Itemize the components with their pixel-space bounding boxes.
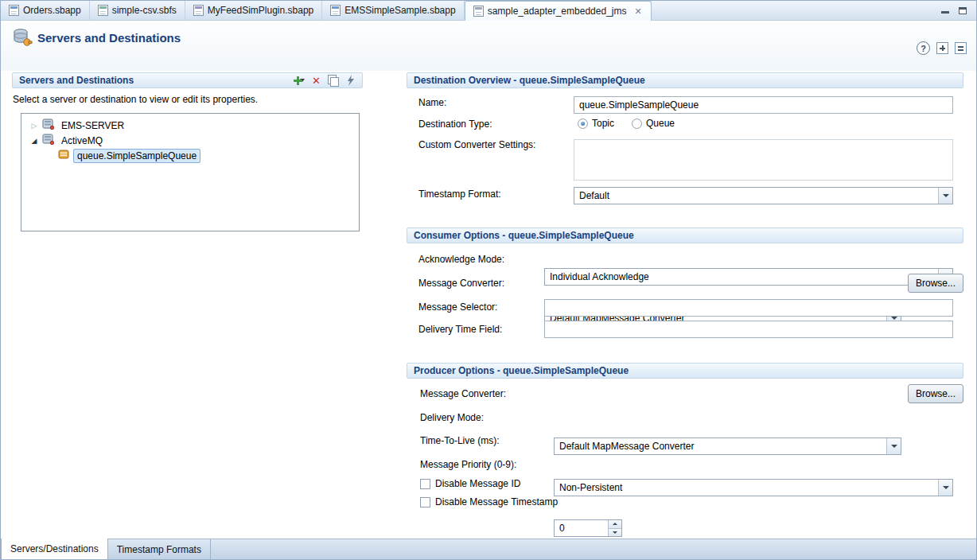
- tab-sample-adapter-embedded-jms[interactable]: sample_adapter_embedded_jms ✕: [465, 1, 652, 21]
- window-controls: [932, 1, 976, 20]
- message-converter-label: Message Converter:: [418, 278, 504, 289]
- spin-down-icon[interactable]: [608, 528, 621, 537]
- disable-message-id-option[interactable]: Disable Message ID: [420, 478, 520, 489]
- topic-radio[interactable]: Topic: [578, 118, 614, 129]
- destination-type-label: Destination Type:: [418, 119, 492, 130]
- chevron-down-icon: [891, 445, 897, 448]
- adapter-config-file-icon: [473, 6, 484, 17]
- tree-node-label-selected[interactable]: queue.SimpleSampleQueue: [73, 149, 200, 163]
- dropdown-button[interactable]: [886, 438, 901, 454]
- radio-selected-icon[interactable]: [578, 119, 588, 129]
- destination-overview-section-header: Destination Overview - queue.SimpleSampl…: [407, 72, 963, 88]
- chevron-down-icon: [943, 486, 949, 489]
- dropdown-button[interactable]: [938, 480, 952, 496]
- tab-simple-csv-sbfs[interactable]: simple-csv.sbfs: [90, 1, 185, 20]
- name-field[interactable]: queue.SimpleSampleQueue: [574, 96, 953, 114]
- chevron-down-icon: [891, 317, 897, 320]
- collapse-sections-icon[interactable]: [955, 42, 967, 54]
- tree-item-queue-simplesamplequeue[interactable]: queue.SimpleSampleQueue: [21, 148, 359, 163]
- tree-node-label[interactable]: EMS-SERVER: [57, 119, 128, 133]
- delivery-mode-row: Delivery Mode:: [420, 412, 484, 423]
- help-icon[interactable]: ?: [917, 41, 930, 55]
- servers-tree: ▷ EMS-SERVER ◢: [21, 113, 360, 231]
- section-title: Servers and Destinations: [19, 75, 134, 86]
- servers-and-destinations-icon: [12, 27, 33, 50]
- queue-radio[interactable]: Queue: [632, 118, 675, 129]
- dropdown-value: Default: [579, 190, 609, 201]
- tab-servers-destinations[interactable]: Servers/Destinations: [1, 539, 108, 559]
- dropdown-value: Default MapMessage Converter: [559, 441, 694, 452]
- tab-label: simple-csv.sbfs: [112, 5, 177, 16]
- topic-radio-label: Topic: [592, 118, 614, 129]
- servers-destinations-panel: Servers and Destinations ✕ Select a serv…: [12, 72, 363, 518]
- producer-options-section-header: Producer Options - queue.SimpleSampleQue…: [407, 363, 963, 379]
- dropdown-value: Non-Persistent: [559, 482, 622, 493]
- minimize-icon[interactable]: [941, 7, 949, 14]
- maximize-icon[interactable]: [959, 7, 967, 14]
- chevron-expanded-icon[interactable]: ◢: [29, 137, 39, 145]
- timestamp-format-label: Timestamp Format:: [418, 189, 501, 200]
- header-action-icons: ?: [917, 41, 967, 55]
- dropdown-button[interactable]: [938, 188, 952, 204]
- disable-message-timestamp-option[interactable]: Disable Message Timestamp: [420, 496, 558, 508]
- expand-sections-icon[interactable]: [936, 42, 948, 54]
- checkbox-unchecked-icon[interactable]: [420, 497, 430, 508]
- page-title: Servers and Destinations: [37, 31, 181, 45]
- tab-emssimplesample-sbapp[interactable]: EMSSimpleSample.sbapp: [322, 1, 464, 20]
- servers-destinations-section-header: Servers and Destinations ✕: [12, 72, 363, 88]
- message-selector-label: Message Selector:: [418, 301, 497, 313]
- delivery-time-field[interactable]: [544, 321, 953, 338]
- disable-message-id-label: Disable Message ID: [435, 478, 520, 489]
- delivery-mode-dropdown[interactable]: Non-Persistent: [554, 479, 953, 496]
- disable-message-timestamp-label: Disable Message Timestamp: [435, 496, 558, 508]
- chevron-down-icon: [943, 194, 949, 197]
- name-label: Name:: [418, 97, 446, 108]
- delivery-mode-label: Delivery Mode:: [420, 412, 484, 423]
- sbapp-file-icon: [330, 5, 341, 16]
- copy-icon[interactable]: [328, 75, 338, 86]
- spin-up-icon[interactable]: [608, 520, 621, 528]
- bottom-tab-bar: Servers/Destinations Timestamp Formats: [1, 539, 976, 559]
- checkbox-unchecked-icon[interactable]: [420, 479, 430, 489]
- add-server-button[interactable]: [293, 76, 305, 86]
- tab-timestamp-formats[interactable]: Timestamp Formats: [108, 539, 211, 559]
- section-title: Destination Overview - queue.SimpleSampl…: [414, 75, 645, 86]
- tree-item-activemq[interactable]: ◢ ActiveMQ: [21, 133, 359, 148]
- dropdown-value: Individual Acknowledge: [550, 271, 649, 282]
- message-selector-field[interactable]: [544, 299, 953, 317]
- message-converter-label: Message Converter:: [420, 388, 506, 399]
- form-header: Servers and Destinations ?: [1, 21, 976, 71]
- sbfs-file-icon: [98, 5, 108, 16]
- tree-toolbar: ✕: [293, 75, 356, 86]
- consumer-message-converter-row: Message Converter:: [418, 278, 504, 289]
- consumer-browse-button[interactable]: Browse...: [908, 274, 963, 293]
- custom-converter-settings-field[interactable]: [574, 139, 953, 181]
- message-priority-label: Message Priority (0-9):: [420, 459, 516, 470]
- timestamp-format-dropdown[interactable]: Default: [574, 187, 953, 204]
- tab-orders-sbapp[interactable]: Orders.sbapp: [1, 1, 90, 20]
- radio-unselected-icon[interactable]: [632, 119, 642, 129]
- server-icon: [42, 119, 54, 132]
- panel-instruction: Select a server or destination to view o…: [13, 94, 363, 105]
- custom-converter-label: Custom Converter Settings:: [418, 139, 535, 150]
- tree-node-label[interactable]: ActiveMQ: [57, 134, 107, 148]
- sbapp-file-icon: [193, 5, 204, 16]
- producer-browse-button[interactable]: Browse...: [908, 384, 963, 403]
- acknowledge-mode-label: Acknowledge Mode:: [418, 254, 504, 265]
- time-to-live-spinner[interactable]: 0: [554, 519, 622, 537]
- tab-label: sample_adapter_embedded_jms: [488, 6, 627, 17]
- destination-type-options: Topic Queue: [578, 118, 692, 129]
- delete-icon[interactable]: ✕: [312, 76, 321, 86]
- tab-myfeedsimplugin-sbapp[interactable]: MyFeedSimPlugin.sbapp: [185, 1, 322, 20]
- editor-tab-bar: Orders.sbapp simple-csv.sbfs MyFeedSimPl…: [1, 1, 976, 21]
- acknowledge-mode-dropdown[interactable]: Individual Acknowledge: [544, 268, 953, 286]
- sbapp-file-icon: [9, 5, 19, 16]
- tab-label: Orders.sbapp: [23, 5, 81, 16]
- close-tab-icon[interactable]: ✕: [633, 6, 642, 17]
- delivery-time-field-label: Delivery Time Field:: [418, 324, 502, 335]
- section-title: Producer Options - queue.SimpleSampleQue…: [414, 365, 629, 376]
- producer-message-converter-dropdown[interactable]: Default MapMessage Converter: [554, 438, 901, 455]
- chevron-collapsed-icon[interactable]: ▷: [29, 122, 39, 130]
- tree-item-ems-server[interactable]: ▷ EMS-SERVER: [21, 118, 359, 133]
- test-connection-icon[interactable]: [345, 75, 356, 86]
